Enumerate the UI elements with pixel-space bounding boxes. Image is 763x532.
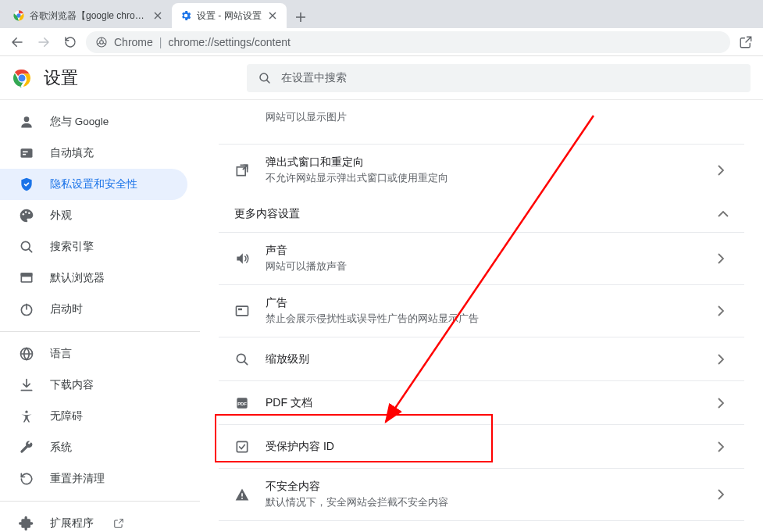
warning-icon [234, 487, 250, 502]
sidebar-item-accessibility[interactable]: 无障碍 [0, 401, 187, 432]
chrome-favicon [12, 9, 25, 22]
sidebar-item-label: 下载内容 [50, 378, 94, 392]
sidebar-item-default-browser[interactable]: 默认浏览器 [0, 262, 187, 294]
ads-icon [234, 303, 250, 319]
setting-row-third-party-signin[interactable]: 第三方登录 网站可以显示来自身份服务的登录提示 [219, 520, 744, 532]
row-subtitle: 默认情况下，安全网站会拦截不安全内容 [266, 495, 697, 509]
svg-rect-18 [22, 277, 31, 281]
row-title: 不安全内容 [266, 480, 697, 494]
sidebar-divider [0, 331, 200, 332]
zoom-icon [234, 352, 250, 367]
sidebar-item-reset[interactable]: 重置并清理 [0, 463, 187, 495]
setting-row-pdf[interactable]: PDF PDF 文档 [219, 380, 744, 424]
browser-icon [19, 270, 34, 286]
download-icon [19, 377, 34, 393]
palette-icon [19, 208, 34, 223]
chevron-up-icon [718, 210, 729, 218]
sidebar-item-privacy[interactable]: 隐私设置和安全性 [0, 169, 187, 200]
settings-header: 设置 在设置中搜索 [0, 56, 763, 100]
search-placeholder: 在设置中搜索 [281, 71, 347, 85]
chevron-right-icon [713, 162, 729, 178]
row-title: PDF 文档 [266, 396, 697, 410]
row-subtitle: 不允许网站显示弹出式窗口或使用重定向 [266, 171, 697, 185]
tab-chrome[interactable]: 谷歌浏览器【google chrome】 [5, 3, 172, 28]
sidebar-item-appearance[interactable]: 外观 [0, 200, 187, 231]
globe-icon [19, 346, 34, 362]
svg-rect-32 [241, 498, 243, 499]
protected-icon [234, 439, 250, 455]
sidebar-item-label: 搜索引擎 [50, 240, 94, 254]
gear-icon [180, 9, 192, 22]
chevron-right-icon [713, 352, 729, 367]
sidebar-item-search-engine[interactable]: 搜索引擎 [0, 231, 187, 262]
sidebar-item-label: 扩展程序 [50, 516, 94, 530]
section-more-content-settings[interactable]: 更多内容设置 [219, 196, 744, 232]
tab-settings[interactable]: 设置 - 网站设置 [172, 3, 287, 28]
external-link-icon [112, 517, 125, 530]
svg-point-21 [25, 411, 27, 413]
popup-icon [234, 162, 250, 178]
address-bar: Chrome | chrome://settings/content [0, 28, 763, 56]
setting-row-insecure-content[interactable]: 不安全内容 默认情况下，安全网站会拦截不安全内容 [219, 468, 744, 520]
svg-rect-9 [21, 148, 33, 158]
setting-row-popups[interactable]: 弹出式窗口和重定向 不允许网站显示弹出式窗口或使用重定向 [219, 144, 744, 196]
sidebar-item-extensions[interactable]: 扩展程序 [0, 508, 187, 532]
power-icon [19, 302, 34, 317]
new-tab-button[interactable] [290, 6, 312, 28]
chrome-url-icon [95, 36, 108, 48]
page-title: 设置 [44, 66, 78, 90]
section-title: 更多内容设置 [234, 207, 300, 221]
svg-rect-31 [241, 493, 243, 496]
chevron-right-icon [713, 487, 729, 502]
sidebar-item-label: 语言 [50, 347, 72, 361]
chevron-right-icon [713, 395, 729, 411]
settings-search[interactable]: 在设置中搜索 [247, 64, 751, 92]
back-button[interactable] [6, 31, 28, 53]
row-title: 弹出式窗口和重定向 [266, 155, 697, 170]
tab-title: 设置 - 网站设置 [197, 9, 262, 23]
tab-title: 谷歌浏览器【google chrome】 [30, 9, 147, 23]
sidebar-item-autofill[interactable]: 自动填充 [0, 137, 187, 169]
sidebar-item-you-and-google[interactable]: 您与 Google [0, 106, 187, 137]
url-path: chrome://settings/content [168, 36, 290, 48]
search-icon [258, 71, 272, 85]
forward-button[interactable] [33, 31, 55, 53]
setting-row-protected-content[interactable]: 受保护内容 ID [219, 424, 744, 468]
setting-row-images-partial[interactable]: 网站可以显示图片 [219, 100, 744, 144]
sidebar-item-label: 您与 Google [50, 115, 109, 129]
sidebar-item-label: 自动填充 [50, 146, 94, 160]
setting-row-ads[interactable]: 广告 禁止会展示侵扰性或误导性广告的网站显示广告 [219, 284, 744, 337]
chevron-right-icon [713, 303, 729, 319]
sidebar-divider [0, 501, 200, 502]
sidebar: 您与 Google 自动填充 隐私设置和安全性 外观 搜索引擎 默认浏览器 启动… [0, 100, 200, 532]
close-icon[interactable] [152, 9, 164, 22]
sidebar-item-label: 系统 [50, 441, 72, 455]
share-icon[interactable] [735, 31, 757, 53]
svg-point-12 [23, 213, 25, 216]
pdf-icon: PDF [234, 395, 250, 411]
svg-rect-17 [21, 273, 33, 275]
sidebar-item-label: 默认浏览器 [50, 271, 105, 285]
svg-rect-30 [237, 441, 247, 452]
svg-text:PDF: PDF [237, 401, 247, 405]
reload-button[interactable] [59, 31, 81, 53]
autofill-icon [19, 145, 34, 161]
url-box[interactable]: Chrome | chrome://settings/content [86, 31, 730, 53]
accessibility-icon [19, 409, 34, 424]
sidebar-item-label: 无障碍 [50, 409, 83, 423]
svg-rect-26 [238, 309, 242, 311]
row-subtitle: 网站可以播放声音 [266, 259, 697, 273]
svg-point-13 [25, 211, 27, 213]
svg-point-3 [100, 40, 104, 44]
sidebar-item-language[interactable]: 语言 [0, 338, 187, 370]
close-icon[interactable] [266, 9, 279, 22]
chevron-right-icon [713, 439, 729, 455]
setting-row-zoom[interactable]: 缩放级别 [219, 337, 744, 380]
search-icon [19, 239, 34, 255]
sidebar-item-startup[interactable]: 启动时 [0, 294, 187, 325]
setting-row-sound[interactable]: 声音 网站可以播放声音 [219, 232, 744, 284]
svg-point-14 [28, 212, 30, 214]
sidebar-item-system[interactable]: 系统 [0, 432, 187, 463]
sidebar-item-downloads[interactable]: 下载内容 [0, 370, 187, 401]
sidebar-item-label: 重置并清理 [50, 472, 105, 486]
